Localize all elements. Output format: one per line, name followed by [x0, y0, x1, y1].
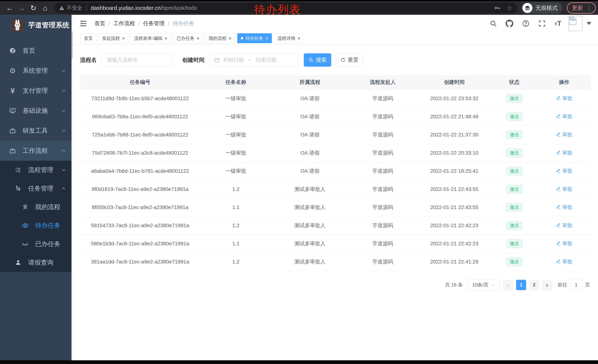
- status-badge: 激活: [506, 203, 522, 212]
- tab-start-process[interactable]: 发起流程×: [99, 33, 128, 43]
- approve-button[interactable]: 审批: [556, 149, 572, 156]
- sidebar-item-task-management[interactable]: 任务管理: [0, 179, 73, 198]
- font-size-icon[interactable]: TT: [555, 20, 561, 27]
- table-header-row: 任务编号 任务名称 所属流程 流程发起人 创建时间 状态 操作: [80, 75, 591, 89]
- task-table: 任务编号 任务名称 所属流程 流程发起人 创建时间 状态 操作 73211d9d…: [80, 75, 591, 271]
- bookmark-star-icon[interactable]: ☆: [507, 4, 512, 12]
- tab-close-icon[interactable]: ×: [197, 36, 199, 41]
- approve-button[interactable]: 审批: [556, 113, 572, 120]
- goto-page-input[interactable]: 1: [570, 280, 582, 290]
- status-badge: 激活: [506, 185, 522, 194]
- tree-icon: [14, 185, 22, 192]
- tab-close-icon[interactable]: ×: [298, 36, 300, 41]
- header-search-icon[interactable]: [490, 20, 497, 27]
- reset-button[interactable]: 重置: [336, 53, 363, 67]
- browser-home-icon[interactable]: ⌂: [39, 4, 51, 12]
- sidebar: 芋道管理系统 首页 ⚙ 系统管理 ¥ 支付管理: [0, 15, 73, 364]
- browser-update-button[interactable]: 更新 ⋮: [567, 2, 596, 14]
- pagination-total: 共 16 条: [445, 282, 463, 288]
- cell-task-id: a6aba0a4-7b6d-11ec-b781-acde48001122: [80, 162, 200, 180]
- avatar-caret-icon[interactable]: [587, 22, 591, 25]
- date-range-input[interactable]: 开始日期 - 结束日期: [210, 53, 298, 67]
- sidebar-item-done-tasks[interactable]: 已办任务: [0, 235, 73, 253]
- sidebar-item-home[interactable]: 首页: [0, 41, 73, 61]
- approve-button[interactable]: 审批: [556, 186, 572, 192]
- app-logo: [11, 19, 23, 31]
- sidebar-item-label: 研发工具: [23, 126, 48, 135]
- cell-process: 测试多审批人: [272, 180, 348, 198]
- page-button-2[interactable]: 2: [529, 280, 539, 290]
- tab-label: 已办任务: [176, 35, 194, 41]
- sidebar-item-my-process[interactable]: 我的流程: [0, 198, 73, 216]
- status-badge: 激活: [506, 94, 522, 103]
- col-header-starter: 流程发起人: [348, 75, 417, 89]
- cell-process: 测试多审批人: [272, 235, 348, 253]
- tab-my-process[interactable]: 我的流程×: [205, 33, 235, 43]
- next-page-button[interactable]: ›: [542, 280, 552, 290]
- breadcrumb-workflow[interactable]: 工作流程: [113, 20, 135, 27]
- security-label[interactable]: 不安全: [67, 4, 82, 11]
- search-button[interactable]: 搜索: [304, 53, 331, 67]
- approve-button[interactable]: 审批: [556, 258, 572, 265]
- tab-close-icon[interactable]: ×: [122, 36, 125, 41]
- tab-close-icon[interactable]: ×: [229, 36, 232, 41]
- chevron-down-icon: [61, 88, 66, 94]
- process-name-input[interactable]: 请输入流程名: [102, 53, 173, 67]
- sidebar-item-todo-tasks[interactable]: 待办任务: [0, 216, 73, 235]
- breadcrumb-separator: /: [168, 21, 169, 27]
- table-row: 8f059c03-7ac8-11ec-a9e2-a2380e71991a 1.1…: [80, 198, 591, 217]
- approve-button[interactable]: 审批: [556, 204, 572, 210]
- cell-created: 2022-01-22 21:37:30: [417, 126, 491, 144]
- browser-menu-icon[interactable]: ⋮: [586, 4, 592, 11]
- url-host: dashboard.yudao.iocoder.cn: [91, 5, 161, 11]
- breadcrumb: 首页 / 工作流程 / 任务管理 / 待办任务: [94, 20, 194, 27]
- tab-close-icon[interactable]: ×: [266, 36, 268, 41]
- sidebar-scrollbar[interactable]: [72, 15, 73, 364]
- chevron-up-icon: [61, 186, 66, 191]
- approve-button[interactable]: 审批: [556, 240, 572, 247]
- breadcrumb-task-management[interactable]: 任务管理: [143, 20, 165, 27]
- approve-button[interactable]: 审批: [556, 168, 572, 174]
- table-body: 73211d9d-7b9b-11ec-b5b7-acde48001122 一级审…: [80, 89, 591, 271]
- help-icon[interactable]: [522, 20, 530, 27]
- approve-button[interactable]: 审批: [556, 131, 572, 138]
- fullscreen-icon[interactable]: [538, 20, 546, 27]
- sidebar-item-payment[interactable]: ¥ 支付管理: [0, 81, 73, 101]
- app-logo-row[interactable]: 芋道管理系统: [0, 15, 73, 36]
- breadcrumb-home[interactable]: 首页: [94, 20, 105, 27]
- tab-process-form-edit[interactable]: 流程表单-编辑×: [131, 33, 171, 43]
- approve-button-label: 审批: [562, 149, 572, 156]
- table-row: 58154733-7ac8-11ec-a9e2-a2380e71991a 1.2…: [80, 217, 591, 235]
- cell-process: OA 请假: [272, 162, 348, 180]
- approve-button-label: 审批: [562, 204, 572, 210]
- password-key-icon[interactable]: [494, 5, 500, 11]
- tab-process-detail[interactable]: 流程详情×: [274, 33, 304, 43]
- tab-close-icon[interactable]: ×: [165, 36, 167, 41]
- browser-reload-icon[interactable]: ↻: [27, 4, 39, 12]
- tab-todo-tasks[interactable]: 待办任务×: [237, 33, 272, 43]
- sidebar-item-leave-query[interactable]: 请假查询: [0, 253, 73, 272]
- github-icon[interactable]: [506, 20, 513, 27]
- sidebar-item-dev-tools[interactable]: 研发工具: [0, 121, 73, 141]
- sidebar-item-workflow[interactable]: 工作流程: [0, 141, 73, 161]
- avatar[interactable]: [568, 16, 582, 31]
- cell-task-id: 8f059c03-7ac8-11ec-a9e2-a2380e71991a: [80, 198, 200, 217]
- approve-button-label: 审批: [562, 131, 572, 138]
- page-button-1[interactable]: 1: [516, 280, 526, 290]
- cell-created: 2022-01-22 21:48:48: [417, 108, 491, 126]
- tab-done-tasks[interactable]: 已办任务×: [173, 33, 203, 43]
- approve-button[interactable]: 审批: [556, 222, 572, 229]
- sidebar-scrollbar-thumb[interactable]: [72, 31, 73, 59]
- page-size-select[interactable]: 10条/页: [468, 280, 500, 290]
- sidebar-item-infrastructure[interactable]: 基础设施: [0, 101, 73, 121]
- cell-actions: 审批: [537, 253, 591, 271]
- app-title: 芋道管理系统: [28, 21, 69, 30]
- prev-page-button[interactable]: ‹: [503, 280, 513, 290]
- tab-home[interactable]: 首页: [80, 33, 96, 43]
- browser-forward-icon[interactable]: →: [16, 4, 27, 12]
- browser-back-icon[interactable]: ←: [4, 4, 16, 12]
- approve-button[interactable]: 审批: [556, 95, 572, 102]
- sidebar-toggle-icon[interactable]: [79, 20, 87, 27]
- sidebar-item-process-management[interactable]: 流程管理: [0, 161, 73, 179]
- sidebar-item-system[interactable]: ⚙ 系统管理: [0, 61, 73, 81]
